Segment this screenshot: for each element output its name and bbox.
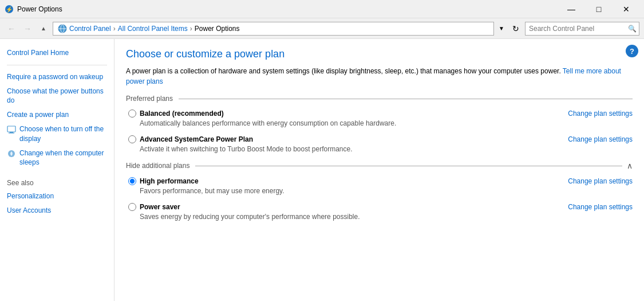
page-title: Choose or customize a power plan — [126, 48, 633, 60]
plan-advanced-header: Advanced SystemCare Power Plan Change pl… — [128, 135, 633, 143]
plan-ps-desc: Saves energy by reducing your computer's… — [140, 213, 633, 221]
plan-hp-header: High performance Change plan settings — [128, 177, 633, 185]
sidebar-item-turn-off-display[interactable]: Choose when to turn off the display — [7, 124, 107, 144]
address-bar: ← → ▲ Control Panel › All Control Panel … — [0, 18, 644, 39]
hide-plans-toggle[interactable]: ∧ — [627, 161, 633, 170]
svg-text:⚡: ⚡ — [6, 6, 13, 13]
sidebar-item-power-buttons[interactable]: Choose what the power buttons do — [7, 87, 107, 106]
maximize-button[interactable]: □ — [586, 0, 612, 18]
help-button[interactable]: ? — [626, 45, 638, 57]
plan-advanced-desc: Activate it when switching to Turbo Boos… — [140, 145, 633, 153]
plan-advanced-change[interactable]: Change plan settings — [568, 135, 633, 143]
description-text: A power plan is a collection of hardware… — [126, 67, 563, 75]
sidebar-item-computer-sleeps[interactable]: Change when the computer sleeps — [7, 148, 107, 168]
additional-plans-divider — [195, 166, 622, 166]
sidebar-item-create-plan[interactable]: Create a power plan — [7, 110, 107, 120]
app-icon: ⚡ — [5, 5, 14, 14]
breadcrumb-sep-2: › — [190, 25, 192, 33]
breadcrumb-control-panel[interactable]: Control Panel — [69, 25, 111, 33]
content-description: A power plan is a collection of hardware… — [126, 66, 633, 87]
display-icon — [7, 125, 16, 134]
plan-ps-name: Power saver — [140, 203, 180, 211]
sidebar: Control Panel Home Require a password on… — [0, 39, 114, 301]
refresh-button[interactable]: ↻ — [509, 22, 523, 36]
forward-button[interactable]: → — [21, 22, 34, 36]
plan-balanced-name: Balanced (recommended) — [140, 110, 224, 118]
sleep-icon — [7, 149, 16, 158]
sidebar-item-require-password[interactable]: Require a password on wakeup — [7, 72, 107, 82]
plan-balanced-radio[interactable] — [128, 110, 136, 118]
plan-ps-change[interactable]: Change plan settings — [568, 203, 633, 211]
sidebar-divider-1 — [7, 65, 107, 65]
hide-plans-label: Hide additional plans — [126, 162, 189, 170]
additional-plans-header: Hide additional plans ∧ — [126, 161, 633, 170]
preferred-plans-header: Preferred plans — [126, 95, 633, 103]
window-title: Power Options — [17, 5, 558, 13]
see-also-label: See also — [7, 179, 107, 187]
plan-hp-change[interactable]: Change plan settings — [568, 177, 633, 185]
address-dropdown-button[interactable]: ▼ — [496, 25, 507, 32]
plan-balanced-change[interactable]: Change plan settings — [568, 110, 633, 118]
main-container: Control Panel Home Require a password on… — [0, 39, 644, 301]
plan-hp-name: High performance — [140, 177, 199, 185]
plan-advanced-radio[interactable] — [128, 135, 136, 143]
address-globe-icon — [58, 24, 67, 33]
breadcrumb-sep-1: › — [113, 25, 116, 33]
breadcrumb-current: Power Options — [195, 25, 240, 33]
sidebar-item-user-accounts[interactable]: User Accounts — [7, 206, 107, 216]
plan-ps-header: Power saver Change plan settings — [128, 203, 633, 211]
sidebar-item-home[interactable]: Control Panel Home — [7, 48, 107, 58]
plan-balanced-desc: Automatically balances performance with … — [140, 119, 633, 127]
plan-ps-radio[interactable] — [128, 203, 136, 211]
plan-item-power-saver: Power saver Change plan settings Saves e… — [126, 203, 633, 221]
address-path: Control Panel › All Control Panel Items … — [53, 22, 494, 36]
up-button[interactable]: ▲ — [37, 22, 50, 36]
window-controls: — □ ✕ — [558, 0, 639, 18]
breadcrumb-all-items[interactable]: All Control Panel Items — [118, 25, 188, 33]
plan-hp-desc: Favors performance, but may use more ene… — [140, 187, 633, 195]
plan-item-advanced: Advanced SystemCare Power Plan Change pl… — [126, 135, 633, 153]
plan-advanced-name: Advanced SystemCare Power Plan — [140, 135, 253, 143]
preferred-plans-label: Preferred plans — [126, 95, 173, 103]
search-icon: 🔍 — [626, 25, 639, 33]
minimize-button[interactable]: — — [558, 0, 584, 18]
sidebar-item-personalization[interactable]: Personalization — [7, 191, 107, 201]
content-area: ? Choose or customize a power plan A pow… — [114, 39, 644, 301]
preferred-plans-divider — [179, 99, 633, 99]
search-box: 🔍 — [525, 22, 639, 36]
back-button[interactable]: ← — [5, 22, 18, 36]
svg-rect-5 — [7, 126, 15, 132]
search-input[interactable] — [526, 25, 626, 33]
plan-item-balanced: Balanced (recommended) Change plan setti… — [126, 110, 633, 127]
plan-balanced-header: Balanced (recommended) Change plan setti… — [128, 110, 633, 118]
title-bar: ⚡ Power Options — □ ✕ — [0, 0, 644, 18]
plan-hp-radio[interactable] — [128, 177, 136, 185]
close-button[interactable]: ✕ — [613, 0, 639, 18]
plan-item-high-performance: High performance Change plan settings Fa… — [126, 177, 633, 195]
